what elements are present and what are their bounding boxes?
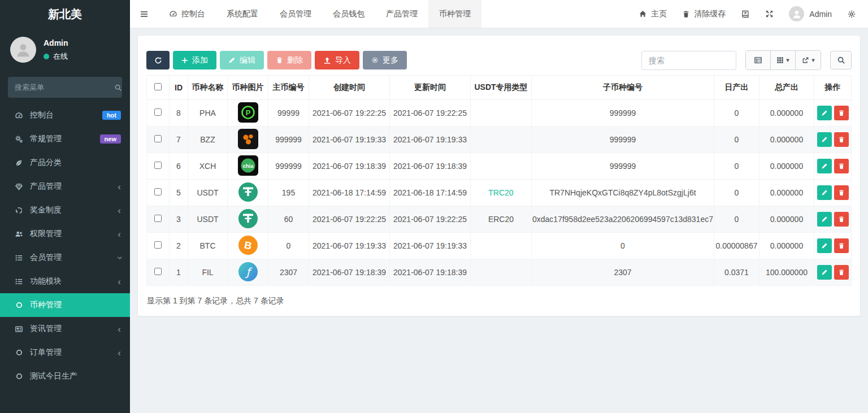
cell-total-output: 100.000000	[760, 259, 814, 286]
columns-grid-icon	[776, 56, 784, 64]
edit-row-button[interactable]	[817, 159, 832, 173]
pencil-icon	[821, 110, 828, 116]
delete-row-button[interactable]	[834, 265, 849, 280]
tachometer-icon	[169, 10, 177, 18]
settings-gear-icon[interactable]	[847, 10, 856, 19]
sidebar-search[interactable]	[8, 77, 122, 98]
cell-daily-output: 0	[714, 100, 760, 127]
sidebar-toggle-button[interactable]	[130, 0, 158, 28]
newspaper-icon	[14, 325, 24, 333]
delete-row-button[interactable]	[834, 132, 849, 147]
new-badge: new	[100, 134, 121, 144]
tab-4[interactable]: 会员钱包	[322, 0, 375, 28]
sidebar-item-label: 常规管理	[30, 134, 62, 144]
sidebar-item-8[interactable]: 功能模块‹	[0, 269, 130, 293]
row-checkbox[interactable]	[154, 241, 162, 249]
edit-row-button[interactable]	[817, 185, 832, 200]
row-checkbox[interactable]	[154, 162, 162, 169]
sidebar-item-9[interactable]: 币种管理	[0, 293, 130, 317]
columns-button[interactable]: ▾	[771, 51, 796, 69]
tab-5[interactable]: 产品管理	[375, 0, 428, 28]
table-row: 8PHAP999992021-06-07 19:22:252021-06-07 …	[147, 100, 852, 127]
sidebar-menu: 控制台hot常规管理new产品分类产品管理‹奖金制度‹权限管理‹会员管理‹功能模…	[0, 103, 130, 388]
tab-3[interactable]: 会员管理	[269, 0, 322, 28]
sidebar-item-1[interactable]: 控制台hot	[0, 103, 130, 127]
clear-cache-link[interactable]: 清除缓存	[682, 9, 726, 19]
cell-coin-name: BZZ	[188, 127, 228, 153]
export-icon	[801, 56, 809, 64]
home-label: 主页	[651, 9, 667, 19]
cell-main-no: 999999	[268, 153, 309, 180]
table-search-input[interactable]	[641, 51, 736, 70]
sidebar-item-10[interactable]: 资讯管理‹	[0, 317, 130, 341]
cell-total-output: 0.000000	[760, 127, 814, 153]
refresh-button[interactable]	[146, 51, 170, 69]
delete-row-button[interactable]	[834, 159, 849, 173]
user-status-label: 在线	[53, 51, 68, 62]
online-dot-icon	[44, 54, 49, 59]
sidebar-item-7[interactable]: 会员管理‹	[0, 246, 130, 269]
cell-updated: 2021-06-07 19:19:33	[390, 127, 471, 153]
caret-down-icon: ▾	[811, 56, 815, 64]
table-toolbar: 添加 编辑 删除 导入	[146, 50, 852, 70]
detail-view-button[interactable]	[746, 51, 771, 69]
gem-icon	[14, 182, 24, 191]
delete-row-button[interactable]	[834, 185, 849, 200]
sidebar-item-label: 会员管理	[30, 253, 62, 263]
chevron-left-icon: ‹	[118, 277, 121, 286]
cell-daily-output: 0	[714, 206, 760, 233]
trash-icon	[838, 189, 845, 196]
sidebar-item-3[interactable]: 产品分类	[0, 151, 130, 175]
export-button[interactable]: ▾	[796, 51, 821, 69]
tab-2[interactable]: 系统配置	[216, 0, 269, 28]
add-button[interactable]: 添加	[173, 51, 216, 69]
navbar-user-menu[interactable]: Admin	[789, 6, 832, 21]
delete-row-button[interactable]	[834, 106, 849, 120]
sidebar-item-11[interactable]: 订单管理‹	[0, 341, 130, 364]
row-checkbox[interactable]	[154, 188, 162, 195]
cell-coin-name: PHA	[188, 100, 228, 127]
edit-row-button[interactable]	[817, 265, 832, 280]
sidebar-item-4[interactable]: 产品管理‹	[0, 175, 130, 198]
cell-total-output: 0.000000	[760, 206, 814, 233]
navbar-right: 主页 清除缓存 Admin	[639, 0, 868, 28]
sidebar-item-6[interactable]: 权限管理‹	[0, 222, 130, 246]
svg-text:P: P	[245, 108, 250, 117]
import-button[interactable]: 导入	[315, 51, 359, 69]
sidebar-item-5[interactable]: 奖金制度‹	[0, 198, 130, 222]
language-icon[interactable]	[741, 10, 750, 19]
delete-row-button[interactable]	[834, 238, 849, 253]
row-checkbox[interactable]	[154, 268, 162, 275]
row-checkbox[interactable]	[154, 215, 162, 222]
column-header: 日产出	[714, 76, 760, 100]
hot-badge: hot	[102, 111, 121, 120]
delete-row-button[interactable]	[834, 212, 849, 227]
edit-row-button[interactable]	[817, 238, 832, 253]
cell-updated: 2021-06-07 19:18:39	[390, 153, 471, 180]
tab-1[interactable]: 控制台	[158, 0, 216, 28]
sidebar-search-input[interactable]	[15, 83, 114, 92]
fullscreen-icon[interactable]	[765, 10, 774, 18]
sidebar-item-label: 产品管理	[30, 181, 62, 192]
edit-button[interactable]: 编辑	[220, 51, 264, 69]
cell-daily-output: 0.0371	[714, 259, 760, 286]
edit-row-button[interactable]	[817, 132, 832, 147]
cell-id: 6	[170, 153, 188, 180]
cell-sub-no: 999999	[532, 127, 714, 153]
column-header: USDT专用类型	[471, 76, 532, 100]
select-all-checkbox[interactable]	[154, 83, 162, 90]
row-checkbox[interactable]	[154, 135, 162, 142]
search-submit-button[interactable]	[830, 51, 852, 69]
cell-created: 2021-06-07 19:18:39	[309, 153, 390, 180]
tab-6[interactable]: 币种管理	[428, 0, 481, 28]
row-checkbox[interactable]	[154, 108, 162, 116]
edit-row-button[interactable]	[817, 212, 832, 227]
pencil-icon	[821, 136, 828, 143]
sidebar-item-2[interactable]: 常规管理new	[0, 127, 130, 151]
sidebar-item-12[interactable]: 测试今日生产	[0, 364, 130, 388]
edit-row-button[interactable]	[817, 106, 832, 120]
chevron-left-icon: ‹	[118, 229, 121, 239]
delete-button[interactable]: 删除	[267, 51, 311, 69]
home-link[interactable]: 主页	[639, 9, 667, 19]
more-button[interactable]: 更多	[363, 51, 407, 69]
